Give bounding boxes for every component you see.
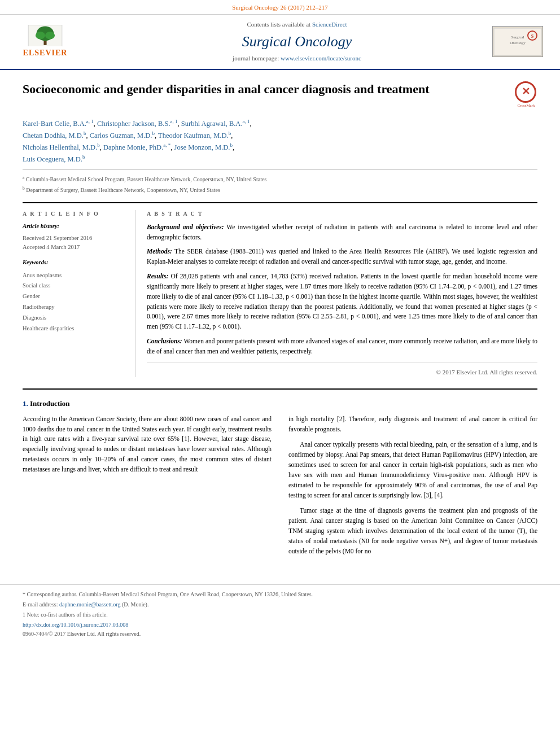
abstract-background: Background and objectives: We investigat…	[147, 222, 537, 243]
keyword-3: Gender	[23, 291, 126, 302]
keyword-6: Healthcare disparities	[23, 324, 126, 334]
journal-thumbnail-1: Surgical Oncology S	[492, 26, 543, 57]
article-history-label: Article history:	[23, 222, 126, 231]
results-label: Results:	[147, 273, 168, 279]
keyword-2: Social class	[23, 281, 126, 291]
received-date: Received 21 September 2016	[23, 234, 126, 243]
authors-list: Karel-Bart Celie, B.A.a, 1, Christopher …	[23, 117, 537, 165]
author-1: Karel-Bart Celie, B.A.	[23, 120, 86, 128]
article-title-section: Socioeconomic and gender disparities in …	[23, 81, 537, 110]
crossmark-badge[interactable]: ✕ CrossMark	[515, 81, 537, 104]
abstract-column: A B S T R A C T Background and objective…	[147, 210, 537, 377]
co-first-authors-note: 1 Note: co-first authors of this article…	[23, 611, 537, 619]
keyword-1: Anus neoplasms	[23, 270, 126, 281]
article-info-abstract: A R T I C L E I N F O Article history: R…	[23, 202, 537, 377]
keyword-5: Diagnosis	[23, 313, 126, 324]
conclusions-label: Conclusions:	[147, 338, 182, 344]
methods-text: The SEER database (1988–2011) was querie…	[147, 248, 537, 265]
copyright-line: © 2017 Elsevier Ltd. All rights reserved…	[147, 362, 537, 377]
abstract-content: Background and objectives: We investigat…	[147, 222, 537, 377]
page-wrapper: Surgical Oncology 26 (2017) 212–217 ELSE…	[0, 0, 560, 644]
section-title: 1. Introduction	[23, 399, 537, 409]
doi-link: http://dx.doi.org/10.1016/j.suronc.2017.…	[23, 621, 537, 629]
article-info-column: A R T I C L E I N F O Article history: R…	[23, 210, 135, 377]
author-10: Luis Oceguera, M.D.	[23, 155, 82, 163]
intro-para-1: According to the American Cancer Society…	[23, 414, 272, 475]
abstract-conclusions: Conclusions: Women and poorer patients p…	[147, 337, 537, 357]
intro-para-right-1: in high mortality [2]. Therefore, early …	[288, 414, 537, 435]
page-footer: * Corresponding author. Columbia-Bassett…	[0, 584, 560, 644]
homepage-link[interactable]: www.elsevier.com/locate/suronc	[281, 55, 361, 62]
abstract-section-label: A B S T R A C T	[147, 210, 537, 218]
journal-title: Surgical Oncology	[102, 32, 492, 52]
results-text: Of 28,028 patients with anal cancer, 14,…	[147, 273, 537, 330]
abstract-results: Results: Of 28,028 patients with anal ca…	[147, 272, 537, 332]
author-3: Surbhi Agrawal, B.A.	[181, 120, 243, 128]
affiliations: a Columbia-Bassett Medical School Progra…	[23, 169, 537, 194]
abstract-methods: Methods: The SEER database (1988–2011) w…	[147, 247, 537, 267]
elsevier-brand: ELSEVIER	[23, 47, 68, 59]
issn-line: 0960-7404/© 2017 Elsevier Ltd. All right…	[23, 630, 537, 638]
author-4: Chetan Dodhia, M.D.	[23, 132, 84, 139]
journal-header: ELSEVIER Contents lists available at Sci…	[0, 15, 560, 69]
main-content: Socioeconomic and gender disparities in …	[0, 70, 560, 574]
article-info-label: A R T I C L E I N F O	[23, 210, 126, 218]
methods-label: Methods:	[147, 248, 172, 255]
author-6: Theodor Kaufman, M.D.	[158, 132, 229, 139]
intro-left-col: According to the American Cancer Society…	[23, 414, 272, 562]
affiliation-a: a Columbia-Bassett Medical School Progra…	[23, 174, 537, 184]
svg-text:Surgical: Surgical	[511, 35, 524, 40]
intro-right-col: in high mortality [2]. Therefore, early …	[288, 414, 537, 562]
svg-text:S: S	[531, 34, 534, 39]
corresponding-author-detail: Columbia-Bassett Medical School Program,…	[78, 591, 313, 597]
email-note: E-mail address: daphne.monie@bassett.org…	[23, 601, 537, 609]
doi-anchor[interactable]: http://dx.doi.org/10.1016/j.suronc.2017.…	[23, 622, 128, 628]
journal-header-center: Contents lists available at ScienceDirec…	[102, 20, 492, 63]
author-9: Jose Monzon, M.D.	[174, 143, 230, 151]
author-7: Nicholas Hellenthal, M.D.	[23, 143, 97, 151]
author-2: Christopher Jackson, B.S.	[97, 120, 170, 128]
background-label: Background and objectives:	[147, 224, 224, 230]
elsevier-logo: ELSEVIER	[11, 25, 79, 59]
introduction-section: 1. Introduction According to the America…	[23, 388, 537, 562]
citation-text: Surgical Oncology 26 (2017) 212–217	[232, 4, 328, 11]
elsevier-tree-graphic	[25, 25, 65, 46]
sciencedirect-link[interactable]: ScienceDirect	[312, 21, 347, 28]
corresponding-author-note: * Corresponding author. Columbia-Bassett…	[23, 591, 537, 599]
conclusions-text: Women and poorer patients present with m…	[147, 338, 537, 355]
journal-header-left: ELSEVIER	[11, 25, 102, 59]
accepted-date: Accepted 4 March 2017	[23, 243, 126, 252]
author-8: Daphne Monie, PhD.	[103, 143, 163, 151]
author-5: Carlos Guzman, M.D.	[90, 132, 152, 139]
journal-header-right: Surgical Oncology S	[492, 26, 549, 57]
keyword-4: Radiotherapy	[23, 302, 126, 313]
citation-bar: Surgical Oncology 26 (2017) 212–217	[0, 0, 560, 15]
intro-two-col: According to the American Cancer Society…	[23, 414, 537, 562]
contents-available: Contents lists available at ScienceDirec…	[102, 20, 492, 29]
intro-para-right-3: Tumor stage at the time of diagnosis gov…	[288, 506, 537, 556]
svg-text:Oncology: Oncology	[510, 41, 526, 45]
journal-homepage: journal homepage: www.elsevier.com/locat…	[102, 54, 492, 63]
section-heading: Introduction	[30, 399, 70, 408]
keywords-label: Keywords:	[23, 259, 126, 267]
section-number: 1.	[23, 399, 28, 408]
article-title: Socioeconomic and gender disparities in …	[23, 81, 509, 98]
svg-point-4	[45, 32, 55, 40]
email-link[interactable]: daphne.monie@bassett.org	[59, 601, 120, 608]
crossmark-label: CrossMark	[515, 103, 537, 109]
affiliation-b: b Department of Surgery, Bassett Healthc…	[23, 185, 537, 194]
intro-para-right-2: Anal cancer typically presents with rect…	[288, 440, 537, 500]
crossmark-icon: ✕	[515, 81, 536, 103]
journal-cover-svg: Surgical Oncology S	[493, 27, 542, 56]
keywords-section: Keywords: Anus neoplasms Social class Ge…	[23, 259, 126, 334]
svg-point-3	[36, 32, 45, 40]
